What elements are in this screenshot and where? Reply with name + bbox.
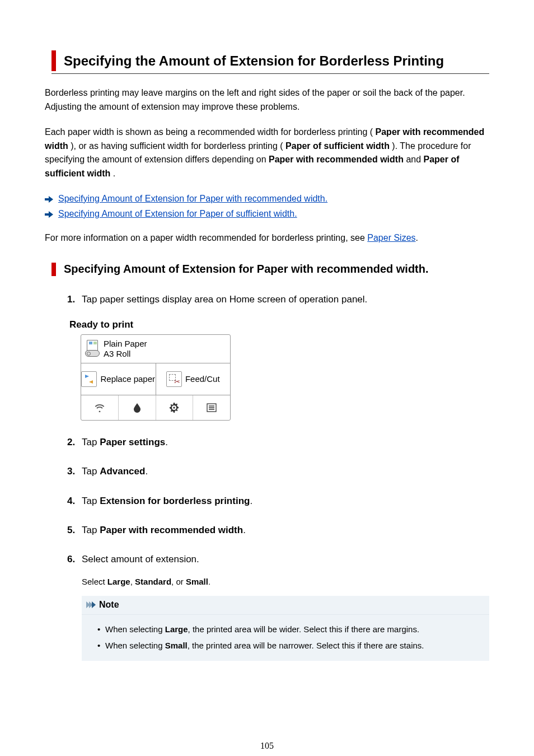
text-fragment: When selecting [105,624,165,634]
job-list-icon [193,395,230,420]
intro-paragraph-1: Borderless printing may leave margins on… [45,86,489,114]
gear-icon [156,395,193,420]
heading-accent-bar [51,263,56,276]
text-fragment: . [250,496,252,506]
text-fragment: , or [171,577,186,586]
paper-settings-area: Plain Paper A3 Roll [81,335,230,363]
text-fragment: , the printed area will be narrower. Sel… [188,641,424,650]
note-bullet: When selecting Large, the printed area w… [97,623,483,636]
replace-icon [81,371,97,387]
text-fragment: Each paper width is shown as being a rec… [45,127,376,137]
step-item: Tap Advanced. [67,464,489,479]
step-item: Tap Paper settings. [67,435,489,450]
replace-paper-button: Replace paper [81,363,156,395]
text-fragment: . [113,169,115,178]
replace-label: Replace paper [100,374,155,384]
option-large: Large [107,577,130,586]
step-list: Tap paper settings display area on Home … [67,292,489,661]
section-heading: Specifying Amount of Extension for Paper… [51,260,489,278]
page-title-block: Specifying the Amount of Extension for B… [51,50,489,74]
step-text: Select amount of extension. [82,552,489,567]
toc-link-recommended[interactable]: Specifying Amount of Extension for Paper… [58,192,327,206]
text-fragment: ), or as having sufficient width for bor… [71,141,285,151]
text-fragment: For more information on a paper width re… [45,233,367,242]
roll-paper-icon [85,340,100,358]
feed-cut-button: Feed/Cut [156,363,231,395]
title-accent-bar [51,50,56,71]
term-sufficient-width: Paper of sufficient width [285,141,390,151]
ui-label: Advanced [100,466,145,477]
ink-icon [118,395,156,420]
step-item: Tap paper settings display area on Home … [67,292,489,421]
paper-type: Plain Paper [104,339,147,349]
moreinfo-paragraph: For more information on a paper width re… [45,231,489,245]
text-fragment: and [406,155,423,164]
text-fragment: When selecting [105,641,165,650]
text-fragment: Tap [82,525,100,535]
term-recommended-width: Paper with recommended width [269,155,404,164]
note-body: When selecting Large, the printed area w… [82,615,489,661]
text-fragment: . [243,525,246,535]
text-fragment: . [416,233,418,242]
option-standard: Standard [135,577,171,586]
option-small: Small [165,641,188,650]
paper-sizes-link[interactable]: Paper Sizes [367,233,415,242]
step-text: Tap Advanced. [82,464,489,479]
step-item: Tap Extension for borderless printing. [67,494,489,508]
arrow-right-icon [45,195,54,203]
paper-info-text: Plain Paper A3 Roll [104,339,147,359]
note-bullet: When selecting Small, the printed area w… [97,639,483,652]
step-item: Tap Paper with recommended width. [67,523,489,538]
toc-link-sufficient[interactable]: Specifying Amount of Extension for Paper… [58,207,297,221]
panel-status-text: Ready to print [69,318,231,332]
wifi-icon [81,395,118,420]
panel-actions-row: Replace paper Feed/Cut [81,363,230,395]
paper-size: A3 Roll [104,349,147,359]
note-label: Note [99,598,119,612]
step-text: Tap Extension for borderless printing. [82,494,489,508]
intro-paragraph-2: Each paper width is shown as being a rec… [45,125,489,181]
step-text: Tap Paper with recommended width. [82,523,489,538]
text-fragment: Select [82,577,107,586]
toc-item: Specifying Amount of Extension for Paper… [45,207,489,221]
panel-box: Plain Paper A3 Roll Replace paper Feed/C… [81,334,231,421]
section-heading-text: Specifying Amount of Extension for Paper… [64,260,429,278]
feed-cut-label: Feed/Cut [185,374,220,384]
text-fragment: , [130,577,135,586]
text-fragment: Tap [82,437,100,447]
text-fragment: . [165,437,168,447]
text-fragment: . [145,466,148,477]
toc-list: Specifying Amount of Extension for Paper… [45,192,489,221]
option-small: Small [186,577,208,586]
step-text: Tap paper settings display area on Home … [82,292,489,307]
option-large: Large [165,624,188,634]
text-fragment: Tap [82,466,100,477]
arrow-right-icon [45,210,54,218]
ui-label: Paper settings [100,437,165,447]
text-fragment: . [208,577,210,586]
step-item: Select amount of extension. Select Large… [67,552,489,661]
page-title: Specifying the Amount of Extension for B… [64,50,444,71]
note-box: Note When selecting Large, the printed a… [82,596,489,661]
ui-label: Paper with recommended width [100,525,243,535]
toc-item: Specifying Amount of Extension for Paper… [45,192,489,206]
text-fragment: Tap [82,496,100,506]
panel-status-row [81,395,230,420]
ui-label: Extension for borderless printing [100,496,250,506]
step-text: Tap Paper settings. [82,435,489,450]
page-number: 105 [45,739,489,753]
note-header: Note [82,596,489,615]
step-subtext: Select Large, Standard, or Small. [82,575,489,588]
feed-cut-icon [166,371,182,387]
chevrons-icon [86,601,95,608]
operation-panel-screenshot: Ready to print Plain Paper A3 Roll [81,318,231,421]
text-fragment: , the printed area will be wider. Select… [188,624,420,634]
